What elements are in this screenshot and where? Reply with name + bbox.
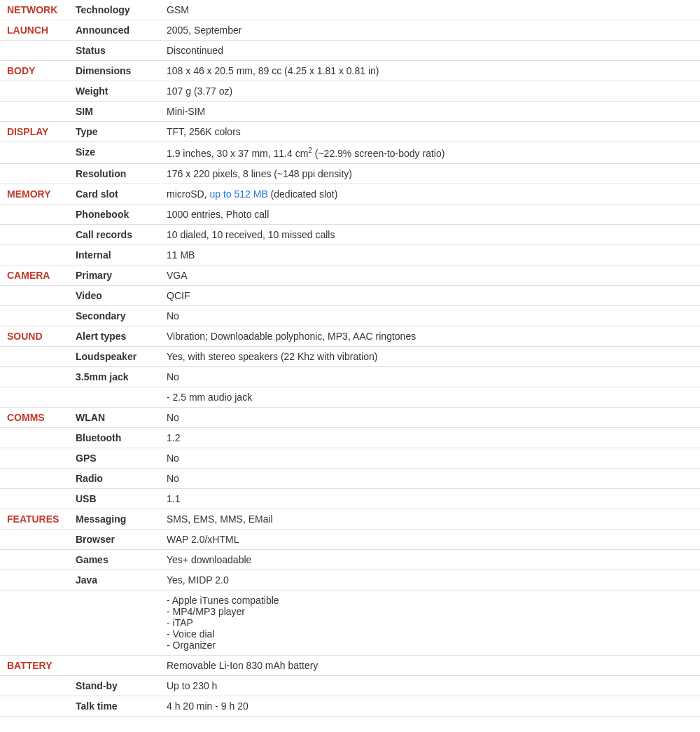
label-cell: Primary (70, 265, 161, 285)
value-cell: TFT, 256K colors (161, 122, 700, 142)
table-row: Resolution176 x 220 pixels, 8 lines (~14… (0, 163, 700, 184)
label-cell: Phonebook (70, 204, 161, 224)
table-row: - 2.5 mm audio jack (0, 387, 700, 407)
category-cell (0, 102, 70, 122)
category-cell (0, 81, 70, 102)
value-cell: 4 h 20 min - 9 h 20 (161, 696, 700, 716)
label-cell: Status (70, 41, 161, 61)
table-row: LoudspeakerYes, with stereo speakers (22… (0, 346, 700, 366)
value-cell: - 2.5 mm audio jack (161, 387, 700, 407)
category-cell: MEMORY (0, 184, 70, 204)
category-cell: LAUNCH (0, 20, 70, 41)
category-cell (0, 569, 70, 590)
table-row: SOUNDAlert typesVibration; Downloadable … (0, 326, 700, 346)
table-row: Size1.9 inches, 30 x 37 mm, 11.4 cm2 (~2… (0, 142, 700, 164)
label-cell: Call records (70, 224, 161, 244)
category-cell (0, 448, 70, 468)
label-cell: Loudspeaker (70, 346, 161, 366)
category-cell (0, 529, 70, 549)
value-cell: 1000 entries, Photo call (161, 204, 700, 224)
category-cell: CAMERA (0, 265, 70, 285)
label-cell: Messaging (70, 509, 161, 529)
category-cell: FEATURES (0, 509, 70, 529)
value-cell: 10 dialed, 10 received, 10 missed calls (161, 224, 700, 244)
value-cell: Discontinued (161, 41, 700, 61)
category-cell (0, 346, 70, 366)
category-cell (0, 366, 70, 387)
table-row: BrowserWAP 2.0/xHTML (0, 529, 700, 549)
table-row: SIMMini-SIM (0, 102, 700, 122)
value-cell: Yes, with stereo speakers (22 Khz with v… (161, 346, 700, 366)
value-cell: GSM (161, 0, 700, 20)
value-cell: WAP 2.0/xHTML (161, 529, 700, 549)
table-row: COMMSWLANNo (0, 407, 700, 427)
label-cell: Browser (70, 529, 161, 549)
category-cell: DISPLAY (0, 122, 70, 142)
table-row: JavaYes, MIDP 2.0 (0, 569, 700, 590)
label-cell: Java (70, 569, 161, 590)
table-row: USB1.1 (0, 488, 700, 509)
label-cell: Type (70, 122, 161, 142)
label-cell: Games (70, 549, 161, 569)
value-cell: 11 MB (161, 244, 700, 265)
label-cell: Weight (70, 81, 161, 102)
value-cell: Yes, MIDP 2.0 (161, 569, 700, 590)
label-cell: USB (70, 488, 161, 509)
value-cell: VGA (161, 265, 700, 285)
table-row: 3.5mm jackNo (0, 366, 700, 387)
category-cell (0, 244, 70, 265)
category-cell (0, 427, 70, 448)
label-cell: Video (70, 285, 161, 305)
value-cell: 108 x 46 x 20.5 mm, 89 cc (4.25 x 1.81 x… (161, 61, 700, 81)
category-cell (0, 142, 70, 164)
label-cell: Resolution (70, 163, 161, 184)
table-row: Internal11 MB (0, 244, 700, 265)
value-cell: 1.1 (161, 488, 700, 509)
table-row: Weight107 g (3.77 oz) (0, 81, 700, 102)
table-row: DISPLAYTypeTFT, 256K colors (0, 122, 700, 142)
category-cell (0, 204, 70, 224)
table-row: Phonebook1000 entries, Photo call (0, 204, 700, 224)
label-cell: 3.5mm jack (70, 366, 161, 387)
label-cell: Bluetooth (70, 427, 161, 448)
category-cell (0, 163, 70, 184)
value-cell: microSD, up to 512 MB (dedicated slot) (161, 184, 700, 204)
label-cell: Alert types (70, 326, 161, 346)
table-row: Talk time4 h 20 min - 9 h 20 (0, 696, 700, 716)
label-cell: Internal (70, 244, 161, 265)
category-cell (0, 549, 70, 569)
table-row: VideoQCIF (0, 285, 700, 305)
label-cell: Size (70, 142, 161, 164)
spec-table: NETWORKTechnologyGSMLAUNCHAnnounced2005,… (0, 0, 700, 717)
table-row: GamesYes+ downloadable (0, 549, 700, 569)
value-cell: Vibration; Downloadable polyphonic, MP3,… (161, 326, 700, 346)
category-cell (0, 224, 70, 244)
value-cell: QCIF (161, 285, 700, 305)
category-cell: BODY (0, 61, 70, 81)
table-row: LAUNCHAnnounced2005, September (0, 20, 700, 41)
label-cell (70, 655, 161, 675)
label-cell: Secondary (70, 305, 161, 326)
table-row: RadioNo (0, 468, 700, 488)
table-row: GPSNo (0, 448, 700, 468)
value-cell: SMS, EMS, MMS, EMail (161, 509, 700, 529)
category-cell: BATTERY (0, 655, 70, 675)
table-row: MEMORYCard slotmicroSD, up to 512 MB (de… (0, 184, 700, 204)
label-cell: Technology (70, 0, 161, 20)
value-cell: 1.9 inches, 30 x 37 mm, 11.4 cm2 (~22.9%… (161, 142, 700, 164)
table-row: CAMERAPrimaryVGA (0, 265, 700, 285)
table-row: Call records10 dialed, 10 received, 10 m… (0, 224, 700, 244)
label-cell: GPS (70, 448, 161, 468)
label-cell: Announced (70, 20, 161, 41)
value-cell: - Apple iTunes compatible- MP4/MP3 playe… (161, 590, 700, 655)
category-cell (0, 675, 70, 696)
category-cell (0, 468, 70, 488)
value-cell: No (161, 448, 700, 468)
table-row: Stand-byUp to 230 h (0, 675, 700, 696)
table-row: NETWORKTechnologyGSM (0, 0, 700, 20)
value-cell: Up to 230 h (161, 675, 700, 696)
value-cell: No (161, 407, 700, 427)
label-cell: Card slot (70, 184, 161, 204)
label-cell (70, 590, 161, 655)
category-cell (0, 285, 70, 305)
